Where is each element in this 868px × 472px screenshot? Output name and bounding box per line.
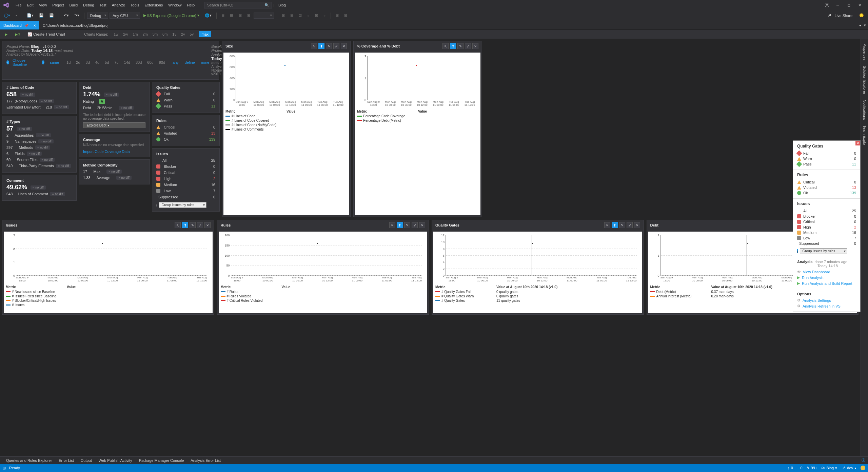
minimize-button[interactable]: ─	[835, 3, 840, 7]
tab-menu-icon[interactable]: ▾	[864, 23, 866, 27]
feedback-icon[interactable]: 🙂	[857, 12, 866, 19]
chart-cursor-button[interactable]: ↖	[604, 222, 610, 228]
baseline-any[interactable]: any	[171, 60, 181, 65]
menu-build[interactable]: Build	[67, 2, 80, 8]
chart-edit-button[interactable]: ✎	[457, 43, 463, 49]
chart-export-button[interactable]: ⬆	[318, 43, 324, 49]
bottom-tab-error-list[interactable]: Error List	[55, 457, 77, 464]
chart-shrink-button[interactable]: ⤢	[333, 43, 339, 49]
chart-close-button[interactable]: ✕	[419, 222, 425, 228]
bottom-tab-queries-and-rules-explorer[interactable]: Queries and Rules Explorer	[3, 457, 55, 464]
fp-link-0[interactable]: View Dashboard	[803, 270, 830, 274]
floating-summary-panel[interactable]: ✕ Quality Gates Fail0Warn0Pass11 Rules C…	[793, 140, 861, 312]
run-analysis-report-icon[interactable]: ▶⎙	[13, 31, 22, 38]
tool-icon-9[interactable]: ⊞	[313, 12, 320, 19]
import-coverage-link[interactable]: Import Code Coverage Data	[83, 150, 145, 154]
chart-cursor-button[interactable]: ↖	[389, 222, 395, 228]
baseline-4d[interactable]: 4d	[93, 60, 101, 65]
range-max[interactable]: max	[199, 31, 211, 37]
same-link[interactable]: same	[48, 60, 61, 65]
group-issues-combo[interactable]: Group issues by rules	[159, 202, 206, 208]
chart-export-button[interactable]: ⬆	[450, 43, 456, 49]
save-all-button[interactable]: 💾	[47, 12, 56, 19]
range-5y[interactable]: 5y	[188, 32, 196, 37]
range-1m[interactable]: 1m	[131, 32, 140, 37]
info-icon[interactable]: ⓘ	[862, 458, 865, 463]
tool-icon-12[interactable]: ⊟	[342, 12, 349, 19]
fp-group-combo[interactable]: Group issues by rules	[800, 248, 847, 254]
rail-team-explo[interactable]: Team Explo	[862, 123, 867, 148]
search-icon[interactable]: 🔍	[264, 3, 269, 7]
branch-indicator[interactable]: ⎇ dev ▴	[841, 466, 856, 470]
menu-test[interactable]: Test	[97, 2, 109, 8]
tool-icon-11[interactable]: ⊞	[334, 12, 341, 19]
new-item-button[interactable]: 📄▾	[25, 12, 36, 19]
chart-close-button[interactable]: ✕	[341, 43, 347, 49]
pin-icon[interactable]: 📌	[24, 24, 28, 27]
live-share-button[interactable]: Live Share	[824, 12, 856, 19]
chart-shrink-button[interactable]: ⤢	[627, 222, 633, 228]
baseline-14d[interactable]: 14d	[122, 60, 132, 65]
chart-cursor-button[interactable]: ↖	[442, 43, 449, 49]
menu-window[interactable]: Window	[165, 2, 184, 8]
undo-button[interactable]: ↶▾	[62, 12, 71, 19]
chart-export-button[interactable]: ⬆	[612, 222, 618, 228]
baseline-30d[interactable]: 30d	[134, 60, 144, 65]
baseline-60d[interactable]: 60d	[145, 60, 155, 65]
baseline-3d[interactable]: 3d	[84, 60, 92, 65]
range-1w[interactable]: 1w	[112, 32, 120, 37]
sync-up[interactable]: ↑ 0	[788, 466, 793, 470]
baseline-none[interactable]: none	[199, 60, 211, 65]
menu-file[interactable]: File	[13, 2, 24, 8]
pencil-icon[interactable]: ✎ 99+	[807, 466, 817, 470]
bottom-tab-package-manager-console[interactable]: Package Manager Console	[136, 457, 188, 464]
range-6m[interactable]: 6m	[160, 32, 170, 37]
range-3m[interactable]: 3m	[151, 32, 160, 37]
menu-edit[interactable]: Edit	[24, 2, 36, 8]
baseline-1d[interactable]: 1d	[64, 60, 73, 65]
menu-extensions[interactable]: Extensions	[142, 2, 166, 8]
nav-fwd-button[interactable]: •	[14, 13, 19, 19]
tool-icon-8[interactable]: ⟐	[305, 13, 312, 19]
tool-icon-3[interactable]: ⊟	[237, 12, 244, 19]
range-2w[interactable]: 2w	[121, 32, 130, 37]
range-1y[interactable]: 1y	[170, 32, 178, 37]
fp-link-2[interactable]: Run Analysis and Build Report	[802, 281, 852, 286]
close-panel-icon[interactable]: ✕	[855, 141, 860, 145]
chart-close-button[interactable]: ✕	[472, 43, 478, 49]
menu-help[interactable]: Help	[184, 2, 197, 8]
fp-link-1[interactable]: Run Analysis	[802, 276, 824, 280]
fp-option-1[interactable]: Analysis Refresh in VS	[803, 304, 841, 308]
bottom-tab-output[interactable]: Output	[77, 457, 95, 464]
explore-debt-button[interactable]: Explore Debt	[83, 122, 145, 128]
menu-tools[interactable]: Tools	[128, 2, 142, 8]
tool-icon-5[interactable]: ⊞	[280, 12, 287, 19]
chart-edit-button[interactable]: ✎	[404, 222, 410, 228]
chart-shrink-button[interactable]: ⤢	[197, 222, 203, 228]
chart-cursor-button[interactable]: ↖	[311, 43, 317, 49]
rail-properties[interactable]: Properties	[862, 41, 867, 63]
redo-button[interactable]: ↷▾	[72, 12, 81, 19]
quick-search-input[interactable]: Search (Ctrl+Q)	[204, 2, 272, 8]
chart-close-button[interactable]: ✕	[204, 222, 211, 228]
tool-icon-1[interactable]: ⊞	[219, 12, 226, 19]
range-2y[interactable]: 2y	[179, 32, 187, 37]
chart-edit-button[interactable]: ✎	[326, 43, 332, 49]
solution-indicator[interactable]: 🗂 Blog ▾	[821, 466, 837, 470]
chart-cursor-button[interactable]: ↖	[175, 222, 181, 228]
menu-debug[interactable]: Debug	[80, 2, 97, 8]
status-host-icon[interactable]: ⊞	[3, 466, 6, 470]
range-2m[interactable]: 2m	[141, 32, 150, 37]
extra-dropdown[interactable]	[254, 13, 274, 19]
tab-ndproj[interactable]: C:\Users\niels\sou...os\Blog\Blog.ndproj	[39, 21, 112, 29]
tool-icon-7[interactable]: ⊡	[297, 12, 304, 19]
chart-close-button[interactable]: ✕	[634, 222, 640, 228]
tool-icon-6[interactable]: ⊟	[288, 12, 295, 19]
run-analysis-icon[interactable]: ▶	[3, 31, 9, 38]
baseline-5d[interactable]: 5d	[103, 60, 111, 65]
baseline-90d[interactable]: 90d	[157, 60, 167, 65]
tool-icon-2[interactable]: ▦	[228, 12, 235, 19]
baseline-define[interactable]: define	[183, 60, 197, 65]
fp-option-0[interactable]: Analysis Settings	[803, 298, 831, 302]
tool-icon-4[interactable]: ⊞	[245, 12, 252, 19]
